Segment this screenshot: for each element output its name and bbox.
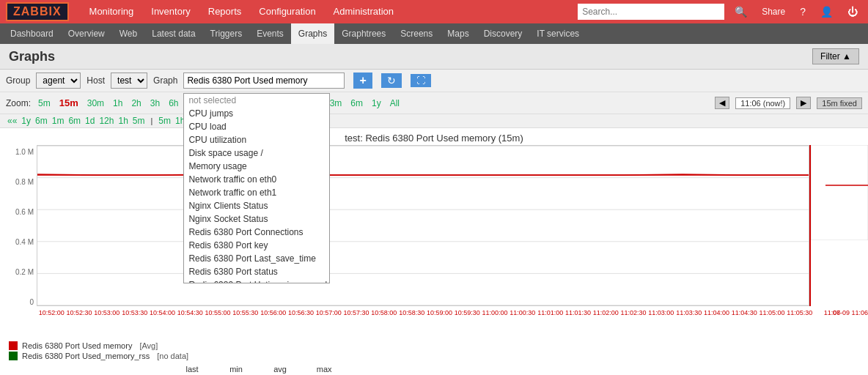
dropdown-item[interactable]: Network traffic on eth1 xyxy=(184,186,329,199)
nav-left-input[interactable]: ◀ xyxy=(715,97,729,109)
legend-color-2 xyxy=(9,352,18,360)
dropdown-item[interactable]: Network traffic on eth0 xyxy=(184,173,329,186)
dropdown-item[interactable]: Redis 6380 Port key xyxy=(184,239,329,252)
chart-svg xyxy=(37,146,809,305)
zoom-all[interactable]: All xyxy=(389,98,401,108)
zoom-3m[interactable]: 3m xyxy=(328,98,344,108)
host-select[interactable]: test xyxy=(111,73,147,89)
graph-title: test: Redis 6380 Port Used memory (15m) xyxy=(0,128,868,145)
search-icon[interactable]: 🔍 xyxy=(730,4,751,19)
zoom-1y[interactable]: 1y xyxy=(370,98,383,108)
tab-discovery[interactable]: Discovery xyxy=(477,23,530,44)
side-preview-svg xyxy=(811,145,868,240)
tab-events[interactable]: Events xyxy=(249,23,291,44)
nav-administration[interactable]: Administration xyxy=(325,0,402,23)
nav-reports[interactable]: Reports xyxy=(199,0,251,23)
zoom-1h[interactable]: 1h xyxy=(111,98,124,108)
stat-min: min 822.37 K xyxy=(220,365,252,375)
dropdown-item[interactable]: Redis 6380 Port Uptime_in_seconds xyxy=(184,278,329,283)
zoom-nav-row: «« 1y 6m 1m 6m 1d 12h 1h 5m | 5m 1h 12h … xyxy=(0,114,868,128)
dropdown-item[interactable]: CPU jumps xyxy=(184,107,329,120)
nav-right-input[interactable]: ▶ xyxy=(796,97,811,109)
legend-stat-1: [Avg] xyxy=(139,341,158,350)
tab-graphtrees[interactable]: Graphtrees xyxy=(334,23,393,44)
dropdown-item[interactable]: Redis 6380 Port Connections xyxy=(184,226,329,239)
nav-inventory[interactable]: Inventory xyxy=(142,0,199,23)
svg-text:11:00:00: 11:00:00 xyxy=(482,309,508,316)
tab-it-services[interactable]: IT services xyxy=(529,23,586,44)
zoom-3h[interactable]: 3h xyxy=(149,98,161,108)
y-label-1m: 1.0 M xyxy=(15,148,34,156)
power-icon[interactable]: ⏻ xyxy=(843,4,862,19)
y-label-02m: 0.2 M xyxy=(15,268,34,276)
svg-text:11:00:30: 11:00:30 xyxy=(510,309,535,316)
nav-1m-back[interactable]: 1m xyxy=(51,116,66,126)
group-select[interactable]: agent xyxy=(36,73,81,89)
dropdown-item[interactable]: Nginx Clients Status xyxy=(184,199,329,212)
fullscreen-button[interactable]: ⛶ xyxy=(411,74,431,87)
add-graph-button[interactable]: + xyxy=(353,73,372,89)
tab-triggers[interactable]: Triggers xyxy=(203,23,250,44)
svg-rect-6 xyxy=(811,145,868,240)
nav-12h-back[interactable]: 12h xyxy=(98,116,115,126)
nav-5m-fwd[interactable]: 5m xyxy=(157,116,172,126)
tab-overview[interactable]: Overview xyxy=(61,23,112,44)
legend-color-1 xyxy=(9,341,18,350)
zoom-15m[interactable]: 15m xyxy=(58,97,80,108)
legend-label-1: Redis 6380 Port Used memory xyxy=(22,341,132,350)
dropdown-item[interactable]: Memory usage xyxy=(184,160,329,173)
nav-5m-back[interactable]: 5m xyxy=(131,116,147,126)
tab-web[interactable]: Web xyxy=(112,23,144,44)
svg-text:11:01:00: 11:01:00 xyxy=(537,309,563,316)
help-icon[interactable]: ? xyxy=(795,4,810,19)
tab-screens[interactable]: Screens xyxy=(393,23,440,44)
dropdown-item[interactable]: CPU load xyxy=(184,120,329,133)
svg-text:11:02:00: 11:02:00 xyxy=(593,309,619,316)
search-input[interactable] xyxy=(578,4,724,20)
logo: ZABBIX xyxy=(6,2,69,21)
graph-dropdown[interactable]: not selectedCPU jumpsCPU loadCPU utiliza… xyxy=(183,93,330,283)
dropdown-item[interactable]: Disk space usage / xyxy=(184,146,329,160)
nav-prev-all[interactable]: «« xyxy=(6,116,18,126)
dropdown-item[interactable]: Redis 6380 Port Last_save_time xyxy=(184,252,329,265)
tab-graphs[interactable]: Graphs xyxy=(291,23,334,44)
svg-text:10:58:30: 10:58:30 xyxy=(399,309,424,316)
zoom-6m[interactable]: 6m xyxy=(349,98,364,108)
svg-text:10:55:30: 10:55:30 xyxy=(232,309,258,316)
user-icon[interactable]: 👤 xyxy=(816,4,837,19)
dropdown-item[interactable]: not selected xyxy=(184,94,329,107)
y-label-04m: 0.4 M xyxy=(15,238,34,246)
refresh-graph-button[interactable]: ↻ xyxy=(381,73,402,88)
zoom-6h[interactable]: 6h xyxy=(167,98,180,108)
svg-text:10:58:00: 10:58:00 xyxy=(371,309,397,316)
share-button[interactable]: Share xyxy=(757,5,790,18)
tab-maps[interactable]: Maps xyxy=(440,23,476,44)
top-nav-right: 🔍 Share ? 👤 ⏻ xyxy=(578,4,862,20)
tab-latest-data[interactable]: Latest data xyxy=(144,23,202,44)
tab-dashboard[interactable]: Dashboard xyxy=(3,23,61,44)
y-axis: 1.0 M 0.8 M 0.6 M 0.4 M 0.2 M 0 xyxy=(0,145,37,306)
nav-1d-back[interactable]: 1d xyxy=(84,116,96,126)
fixed-badge: 15m fixed xyxy=(817,97,862,109)
y-label-08m: 0.8 M xyxy=(15,178,34,186)
dropdown-item[interactable]: CPU utilization xyxy=(184,133,329,146)
svg-text:11:03:00: 11:03:00 xyxy=(648,309,674,316)
nav-monitoring[interactable]: Monitoring xyxy=(81,0,143,23)
nav-6m-back2[interactable]: 6m xyxy=(67,116,82,126)
zoom-5m[interactable]: 5m xyxy=(37,98,52,108)
zoom-2h[interactable]: 2h xyxy=(130,98,142,108)
dropdown-item[interactable]: Redis 6380 Port status xyxy=(184,265,329,278)
nav-1h-back[interactable]: 1h xyxy=(117,116,129,126)
svg-text:10:52:30: 10:52:30 xyxy=(67,309,92,316)
svg-text:10:53:00: 10:53:00 xyxy=(94,309,119,316)
svg-text:10:53:30: 10:53:30 xyxy=(122,309,147,316)
dropdown-item[interactable]: Nginx Socket Status xyxy=(184,212,329,226)
nav-6m-back[interactable]: 6m xyxy=(34,116,49,126)
nav-configuration[interactable]: Configuration xyxy=(250,0,324,23)
graph-select[interactable]: Redis 6380 Port Used memory xyxy=(183,73,345,89)
page-header: Graphs Filter ▲ xyxy=(0,44,868,70)
svg-text:07-09 11:06: 07-09 11:06 xyxy=(833,309,868,316)
nav-1y-back[interactable]: 1y xyxy=(20,116,32,126)
zoom-30m[interactable]: 30m xyxy=(86,98,106,108)
filter-button[interactable]: Filter ▲ xyxy=(812,48,859,64)
